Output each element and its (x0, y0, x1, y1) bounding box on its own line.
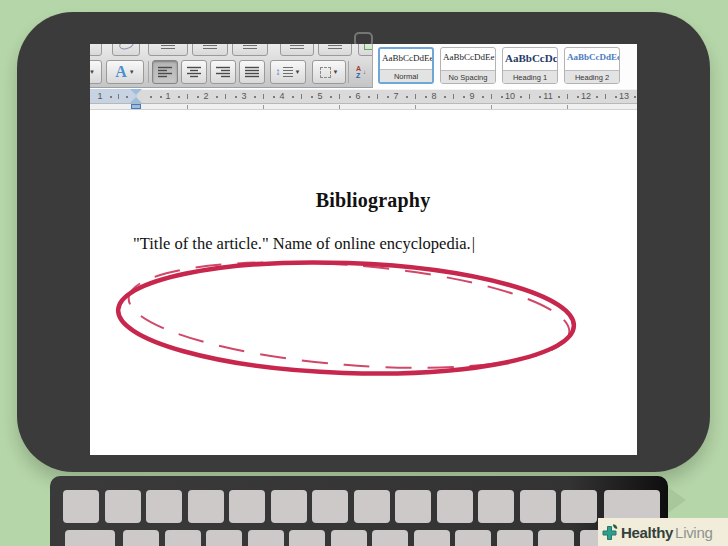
document-page[interactable]: Bibliography "Title of the article." Nam… (90, 110, 637, 455)
ruler-number: 1 (165, 91, 170, 101)
ruler-tick (110, 96, 112, 98)
ruler-tick (406, 96, 408, 98)
ruler-tick (160, 96, 162, 98)
keyboard-key[interactable] (497, 530, 533, 546)
keyboard-key[interactable] (520, 490, 556, 523)
ruler-tick (520, 96, 522, 98)
toolbar-separator (348, 61, 349, 83)
ruler-tick (567, 94, 568, 99)
style-item-normal[interactable]: AaBbCcDdEeNormal (378, 47, 434, 84)
increase-indent-icon (328, 44, 342, 49)
text-cursor: | (472, 234, 475, 253)
ruler-subtick (491, 105, 492, 109)
keyboard-key[interactable] (271, 490, 307, 523)
ruler-tick (126, 96, 128, 98)
font-dropdown-fragment[interactable]: ▼ (90, 60, 102, 84)
keyboard-key[interactable] (331, 530, 367, 546)
keyboard-key[interactable] (289, 530, 325, 546)
keyboard-key[interactable] (538, 530, 574, 546)
numbered-list-button[interactable] (192, 44, 228, 56)
bullet-list-button[interactable] (148, 44, 188, 56)
multilevel-list-button[interactable] (232, 44, 268, 56)
ruler-tick (254, 96, 256, 98)
document-body-text: "Title of the article." Name of online e… (133, 234, 475, 254)
keyboard-key[interactable] (437, 490, 473, 523)
style-item-no-spacing[interactable]: AaBbCcDdEeNo Spacing (440, 47, 496, 84)
keyboard-key[interactable] (395, 490, 431, 523)
word-app-screen: ▼ A ▼ ↕ (90, 44, 637, 455)
ruler-tick (301, 94, 302, 99)
first-line-indent-icon (130, 89, 142, 95)
ruler: 112345678910111213 (90, 89, 637, 104)
decrease-indent-icon (290, 44, 304, 49)
keyboard-key[interactable] (414, 530, 450, 546)
keyboard-key[interactable] (165, 530, 201, 546)
sort-az-icon: A Z (356, 65, 361, 79)
style-label: Normal (380, 69, 432, 82)
ruler-tick (292, 96, 294, 98)
keyboard-key[interactable] (455, 530, 491, 546)
keyboard-key[interactable] (188, 490, 224, 523)
ruler-number: 3 (241, 91, 246, 101)
sort-button[interactable]: A Z ↓ (351, 60, 371, 84)
ruler-tick (377, 94, 378, 99)
highlighter-button[interactable] (112, 44, 140, 56)
borders-button[interactable]: ▼ (312, 60, 346, 84)
chevron-down-icon: ▼ (295, 69, 301, 75)
keyboard-key[interactable] (354, 490, 390, 523)
ruler-tick (463, 96, 465, 98)
style-label: Heading 1 (503, 70, 557, 83)
word-toolbar: ▼ A ▼ ↕ (90, 44, 637, 88)
ruler-tick (577, 96, 579, 98)
document-heading: Bibliography (133, 189, 613, 212)
style-sample: AaBbCcDdEe (441, 48, 495, 70)
align-center-icon (187, 66, 202, 78)
justify-icon (245, 66, 260, 78)
ruler-number: 2 (203, 91, 208, 101)
numbered-list-icon (203, 44, 217, 49)
ruler-tick (349, 96, 351, 98)
ruler-tick (178, 96, 180, 98)
keyboard-key[interactable] (65, 530, 115, 546)
style-sample: AaBbCcDc (503, 48, 557, 70)
increase-indent-button[interactable] (318, 44, 352, 56)
keyboard-key[interactable] (206, 530, 242, 546)
line-spacing-button[interactable]: ↕ ▼ (270, 60, 306, 84)
decrease-indent-button[interactable] (280, 44, 314, 56)
ruler-number: 4 (279, 91, 284, 101)
keyboard-key[interactable] (123, 530, 159, 546)
keyboard-key[interactable] (312, 490, 348, 523)
ruler-tick (368, 96, 370, 98)
ruler-tick (501, 96, 503, 98)
bullet-list-icon (161, 44, 175, 49)
font-color-button[interactable]: A ▼ (106, 60, 144, 84)
chevron-down-icon: ▼ (333, 69, 339, 75)
keyboard-key[interactable] (561, 490, 597, 523)
keyboard-key[interactable] (229, 490, 265, 523)
style-item-heading-1[interactable]: AaBbCcDcHeading 1 (502, 47, 558, 84)
align-left-button[interactable] (152, 60, 178, 84)
style-label: Heading 2 (565, 70, 619, 83)
keyboard-key[interactable] (63, 490, 99, 523)
ruler-tick (118, 94, 119, 99)
citation-text: "Title of the article." Name of online e… (133, 234, 471, 253)
ruler-subtick (339, 105, 340, 109)
style-item-heading-2[interactable]: AaBbCcDdEeHeading 2 (564, 47, 620, 84)
red-circle-annotation (110, 184, 610, 394)
ruler-tick (339, 94, 340, 99)
ruler-tick (387, 96, 389, 98)
align-center-button[interactable] (181, 60, 207, 84)
keyboard-key[interactable] (248, 530, 284, 546)
justify-button[interactable] (239, 60, 265, 84)
keyboard-key[interactable] (478, 490, 514, 523)
ruler-tick (539, 96, 541, 98)
keyboard-key[interactable] (105, 490, 141, 523)
keyboard-key[interactable] (372, 530, 408, 546)
ruler-number: 10 (505, 91, 515, 101)
indent-marker[interactable] (130, 89, 142, 110)
toolbar-button-fragment[interactable] (90, 44, 102, 56)
ruler-tick (491, 94, 492, 99)
ruler-subtick (187, 105, 188, 109)
align-right-button[interactable] (210, 60, 236, 84)
keyboard-key[interactable] (146, 490, 182, 523)
